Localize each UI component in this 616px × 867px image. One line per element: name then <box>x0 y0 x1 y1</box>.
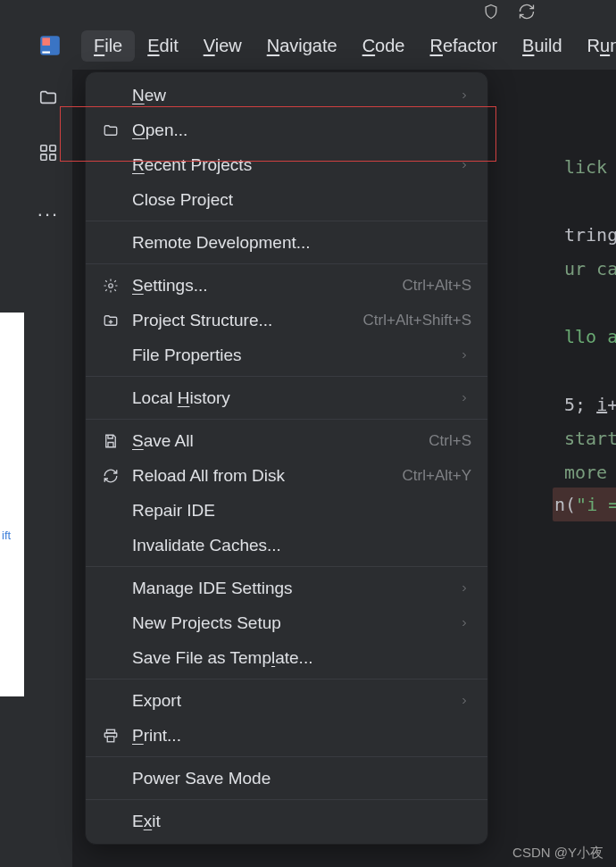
menu-separator <box>86 419 487 420</box>
more-tools-icon[interactable]: ... <box>37 198 59 221</box>
svg-rect-2 <box>42 52 50 54</box>
svg-rect-9 <box>107 736 114 741</box>
blank-icon <box>102 234 120 252</box>
blank-icon <box>102 579 120 597</box>
editor-text: llo and welco <box>564 326 616 347</box>
menu-run[interactable]: Run <box>575 30 616 62</box>
blank-icon <box>102 87 120 104</box>
menu-separator <box>86 566 487 567</box>
menu-item-repair-ide[interactable]: Repair IDE <box>86 493 487 528</box>
menu-item-label: Print... <box>132 726 471 746</box>
menu-item-reload-all-from-disk[interactable]: Reload All from DiskCtrl+Alt+Y <box>86 458 487 493</box>
editor-text: n( <box>554 494 576 515</box>
menu-item-label: File Properties <box>132 346 446 365</box>
chevron-right-icon <box>459 388 471 408</box>
editor-text: ++) { <box>607 394 616 415</box>
blank-icon <box>102 191 120 209</box>
menu-edit[interactable]: Edit <box>135 30 190 62</box>
chevron-right-icon <box>459 613 471 633</box>
menu-item-label: Remote Development... <box>132 233 471 253</box>
editor-text: i <box>596 394 607 415</box>
menu-separator <box>86 799 487 800</box>
menu-separator <box>86 376 487 377</box>
blank-icon <box>102 389 120 407</box>
menu-item-label: New <box>132 86 446 105</box>
editor-text: tring[] args) <box>564 224 616 246</box>
menu-item-label: Manage IDE Settings <box>132 579 446 598</box>
gear-icon <box>102 277 120 295</box>
menu-item-print[interactable]: Print... <box>86 718 487 753</box>
menu-item-label: Recent Projects <box>132 155 446 175</box>
menu-item-open[interactable]: Open... <box>86 113 487 147</box>
editor-text: ur caret at the h <box>564 258 616 279</box>
blank-icon <box>102 649 120 667</box>
menu-item-label: Open... <box>132 121 471 140</box>
left-toolbar: ... <box>24 70 73 867</box>
menu-shortcut: Ctrl+Alt+S <box>403 277 471 295</box>
editor-text: 5; <box>564 394 596 415</box>
menu-item-recent-projects[interactable]: Recent Projects <box>86 147 487 182</box>
menu-item-new-projects-setup[interactable]: New Projects Setup <box>86 605 487 640</box>
menu-item-close-project[interactable]: Close Project <box>86 182 487 217</box>
editor-text: more by pressing <box>564 462 616 483</box>
file-menu-dropdown: NewOpen...Recent ProjectsClose ProjectRe… <box>85 71 488 845</box>
menu-item-file-properties[interactable]: File Properties <box>86 338 487 372</box>
menu-item-save-all[interactable]: Save AllCtrl+S <box>86 423 487 458</box>
chevron-right-icon <box>459 691 471 711</box>
blank-icon <box>102 614 120 632</box>
editor-text: lick the <box>564 156 616 178</box>
menu-item-save-file-as-template[interactable]: Save File as Template... <box>86 640 487 675</box>
chevron-right-icon <box>459 346 471 365</box>
menu-item-label: Settings... <box>132 276 390 296</box>
menu-item-label: Exit <box>132 812 471 831</box>
external-white-area <box>0 313 24 696</box>
folder-icon <box>102 121 120 139</box>
menu-item-label: Project Structure... <box>132 311 351 330</box>
menu-item-manage-ide-settings[interactable]: Manage IDE Settings <box>86 571 487 605</box>
menu-item-label: Local History <box>132 388 446 408</box>
menu-view[interactable]: View <box>191 30 254 62</box>
menu-item-export[interactable]: Export <box>86 683 487 718</box>
menu-build[interactable]: Build <box>510 30 574 62</box>
menu-item-project-structure[interactable]: Project Structure...Ctrl+Alt+Shift+S <box>86 303 487 338</box>
menu-separator <box>86 263 487 264</box>
menu-code[interactable]: Code <box>350 30 418 62</box>
editor-text: "i = " <box>576 494 616 515</box>
svg-point-7 <box>109 283 113 288</box>
reload-icon <box>102 467 120 485</box>
menu-separator <box>86 756 487 757</box>
menu-shortcut: Ctrl+Alt+Shift+S <box>363 312 471 329</box>
menu-navigate[interactable]: Navigate <box>254 30 350 62</box>
menu-item-label: Reload All from Disk <box>132 466 390 486</box>
print-icon <box>102 727 120 745</box>
blank-icon <box>102 813 120 830</box>
blank-icon <box>102 346 120 364</box>
blank-icon <box>102 502 120 520</box>
blank-icon <box>102 692 120 710</box>
menu-file[interactable]: File <box>81 30 135 62</box>
blank-icon <box>102 156 120 174</box>
svg-rect-1 <box>42 38 50 46</box>
save-icon <box>102 432 120 450</box>
menu-item-invalidate-caches[interactable]: Invalidate Caches... <box>86 528 487 563</box>
menu-item-exit[interactable]: Exit <box>86 804 487 838</box>
menu-item-label: New Projects Setup <box>132 613 446 633</box>
menu-refactor[interactable]: Refactor <box>417 30 510 62</box>
menu-shortcut: Ctrl+Alt+Y <box>403 467 471 485</box>
menu-item-settings[interactable]: Settings...Ctrl+Alt+S <box>86 268 487 303</box>
intellij-logo-icon[interactable] <box>38 34 62 57</box>
menu-item-new[interactable]: New <box>86 78 487 113</box>
menu-item-label: Close Project <box>132 190 471 210</box>
project-icon <box>102 312 120 329</box>
menubar: FileEditViewNavigateCodeRefactorBuildRun… <box>24 21 616 70</box>
structure-tool-icon[interactable] <box>38 143 58 166</box>
menu-item-local-history[interactable]: Local History <box>86 380 487 415</box>
menu-item-remote-development[interactable]: Remote Development... <box>86 225 487 260</box>
external-label: ift <box>2 529 11 542</box>
menu-item-power-save-mode[interactable]: Power Save Mode <box>86 761 487 796</box>
menu-item-label: Save All <box>132 431 416 451</box>
chevron-right-icon <box>459 155 471 175</box>
menu-separator <box>86 221 487 221</box>
svg-rect-3 <box>41 146 46 151</box>
project-tool-icon[interactable] <box>38 88 58 111</box>
